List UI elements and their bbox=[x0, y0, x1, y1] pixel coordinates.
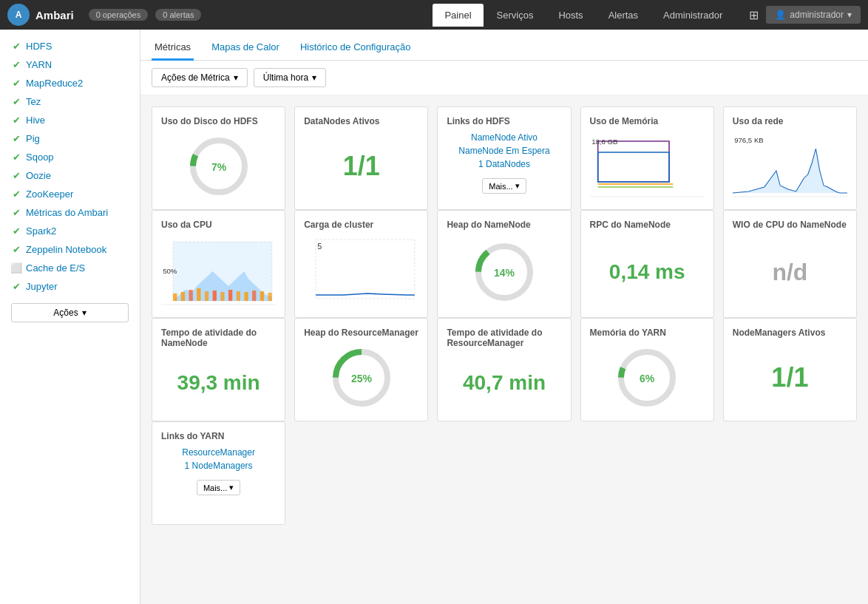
check-icon: ✔ bbox=[11, 189, 21, 200]
network-chart: 976,5 KB bbox=[733, 132, 847, 200]
sidebar-item-metricas-ambari[interactable]: ✔ Métricas do Ambari bbox=[0, 203, 140, 222]
yarn-more-icon: ▾ bbox=[229, 483, 234, 492]
sidebar-item-label: YARN bbox=[26, 59, 52, 70]
link-nodemanagers[interactable]: 1 NodeManagers bbox=[161, 461, 276, 471]
svg-text:25%: 25% bbox=[351, 373, 373, 384]
sidebar-item-label: Oozie bbox=[26, 170, 51, 181]
sidebar-item-label: MapReduce2 bbox=[26, 78, 83, 89]
alerts-badge[interactable]: 0 alertas bbox=[155, 9, 201, 21]
sidebar-item-label: Sqoop bbox=[26, 152, 54, 163]
tab-mapas-calor[interactable]: Mapas de Calor bbox=[208, 35, 282, 61]
link-namenode-ativo[interactable]: NameNode Ativo bbox=[447, 132, 561, 143]
sidebar-item-label: Tez bbox=[26, 96, 41, 107]
metric-links-yarn: Links do YARN ResourceManager 1 NodeMana… bbox=[152, 421, 285, 525]
sidebar-item-label: Pig bbox=[26, 133, 40, 144]
toolbar: Ações de Métrica ▾ Última hora ▾ bbox=[140, 61, 868, 95]
sidebar-item-pig[interactable]: ✔ Pig bbox=[0, 129, 140, 148]
metric-rpc-value: 0,14 ms bbox=[590, 236, 705, 308]
sidebar-item-hdfs[interactable]: ✔ HDFS bbox=[0, 37, 140, 55]
sidebar-item-label: Zeppelin Notebook bbox=[26, 244, 106, 255]
links-yarn-body: ResourceManager 1 NodeManagers Mais... ▾ bbox=[161, 447, 276, 515]
metric-datanodes: DataNodes Ativos 1/1 bbox=[294, 106, 428, 210]
metric-disk-hdfs: Uso do Disco do HDFS 7% bbox=[152, 106, 285, 210]
check-icon: ✔ bbox=[11, 134, 21, 144]
metric-yarn-memory: Memória do YARN 6% bbox=[580, 318, 714, 421]
cluster-chart: 5 bbox=[304, 236, 418, 308]
metric-cpu: Uso da CPU bbox=[152, 210, 285, 318]
sidebar-item-oozie[interactable]: ✔ Oozie bbox=[0, 166, 140, 185]
svg-rect-20 bbox=[205, 291, 208, 301]
donut-yarn-memory: 6% bbox=[590, 344, 705, 412]
svg-rect-19 bbox=[197, 288, 200, 301]
sidebar-item-yarn[interactable]: ✔ YARN bbox=[0, 55, 140, 74]
nav-tab-painel[interactable]: Painel bbox=[433, 4, 483, 27]
check-icon: ✔ bbox=[11, 78, 21, 89]
svg-rect-18 bbox=[189, 290, 192, 301]
hdfs-more-button[interactable]: Mais... ▾ bbox=[482, 178, 526, 194]
check-icon: ✔ bbox=[11, 115, 21, 126]
sidebar-item-jupyter[interactable]: ✔ Jupyter bbox=[0, 277, 140, 296]
metrics-action-button[interactable]: Ações de Métrica ▾ bbox=[152, 68, 248, 87]
metrics-grid-row3: Tempo de atividade do NameNode 39,3 min … bbox=[140, 318, 868, 421]
sidebar-item-label: Jupyter bbox=[26, 281, 58, 292]
sidebar-item-zeppelin[interactable]: ✔ Zeppelin Notebook bbox=[0, 240, 140, 259]
sidebar-actions: Ações ▾ bbox=[11, 303, 129, 322]
sidebar-item-cache-es[interactable]: ⬜ Cache de E/S bbox=[0, 259, 140, 277]
nav-tab-alertas[interactable]: Alertas bbox=[597, 4, 650, 27]
metric-memory-title: Uso de Memória bbox=[590, 116, 705, 126]
sidebar-item-sqoop[interactable]: ✔ Sqoop bbox=[0, 148, 140, 166]
actions-button[interactable]: Ações ▾ bbox=[11, 303, 129, 322]
sidebar-item-hive[interactable]: ✔ Hive bbox=[0, 111, 140, 129]
check-icon: ✔ bbox=[11, 226, 21, 237]
svg-rect-24 bbox=[237, 291, 240, 301]
time-button[interactable]: Última hora ▾ bbox=[254, 68, 326, 87]
user-button[interactable]: 👤 administrador ▾ bbox=[766, 6, 861, 24]
metric-network-title: Uso da rede bbox=[733, 116, 847, 126]
sidebar-item-label: Cache de E/S bbox=[26, 262, 85, 274]
metrics-grid-row4: Links do YARN ResourceManager 1 NodeMana… bbox=[140, 421, 868, 536]
sidebar-item-label: Hive bbox=[26, 115, 45, 126]
nav-tab-admin[interactable]: Administrador bbox=[651, 4, 734, 27]
grid-icon[interactable]: ⊞ bbox=[749, 8, 759, 22]
sidebar-item-tez[interactable]: ✔ Tez bbox=[0, 92, 140, 111]
metric-links-hdfs-title: Links do HDFS bbox=[447, 116, 561, 126]
nav-tabs: Painel Serviços Hosts Alertas Administra… bbox=[433, 4, 734, 27]
link-datanodes[interactable]: 1 DataNodes bbox=[447, 159, 561, 169]
donut-heap-namenode: 14% bbox=[447, 236, 561, 308]
metric-uptime-rm: Tempo de atividade do ResourceManager 40… bbox=[437, 318, 571, 421]
svg-rect-26 bbox=[252, 291, 256, 301]
sub-tabs: Métricas Mapas de Calor Histórico de Con… bbox=[140, 30, 868, 61]
svg-rect-16 bbox=[173, 293, 177, 301]
sidebar-item-zookeeper[interactable]: ✔ ZooKeeper bbox=[0, 185, 140, 203]
yarn-more-button[interactable]: Mais... ▾ bbox=[197, 480, 240, 495]
check-icon: ✔ bbox=[11, 171, 21, 181]
time-label: Última hora bbox=[263, 72, 308, 83]
svg-rect-27 bbox=[260, 291, 264, 301]
yarn-more-label: Mais... bbox=[203, 483, 227, 492]
donut-disk-hdfs: 7% bbox=[161, 132, 276, 200]
metric-datanodes-title: DataNodes Ativos bbox=[304, 116, 418, 126]
link-namenode-espera[interactable]: NameNode Em Espera bbox=[447, 146, 561, 156]
metric-nodemanagers: NodeManagers Ativos 1/1 bbox=[723, 318, 857, 421]
link-resourcemanager[interactable]: ResourceManager bbox=[161, 447, 276, 458]
svg-text:7%: 7% bbox=[211, 161, 226, 173]
svg-rect-23 bbox=[228, 290, 232, 301]
svg-rect-25 bbox=[244, 292, 248, 301]
top-nav: A Ambari 0 operações 0 alertas Painel Se… bbox=[0, 0, 868, 30]
tab-metricas[interactable]: Métricas bbox=[152, 35, 194, 61]
nav-tab-servicos[interactable]: Serviços bbox=[485, 4, 546, 27]
metric-cluster-load-title: Carga de cluster bbox=[304, 220, 418, 230]
operations-badge[interactable]: 0 operações bbox=[89, 9, 149, 21]
nav-tab-hosts[interactable]: Hosts bbox=[546, 4, 594, 27]
storage-icon: ⬜ bbox=[11, 263, 21, 274]
svg-text:5: 5 bbox=[317, 242, 322, 251]
time-dropdown-icon: ▾ bbox=[312, 72, 316, 83]
tab-historico[interactable]: Histórico de Configuração bbox=[297, 35, 414, 61]
metric-cpu-title: Uso da CPU bbox=[161, 220, 276, 230]
memory-chart: 18,6 GB bbox=[590, 132, 705, 200]
svg-rect-22 bbox=[220, 292, 224, 301]
metric-uptime-rm-value: 40,7 min bbox=[447, 354, 561, 412]
sidebar-item-spark2[interactable]: ✔ Spark2 bbox=[0, 222, 140, 240]
sidebar-item-mapreduce2[interactable]: ✔ MapReduce2 bbox=[0, 74, 140, 92]
metrics-grid-row1: Uso do Disco do HDFS 7% DataNodes Ativos… bbox=[140, 95, 868, 210]
